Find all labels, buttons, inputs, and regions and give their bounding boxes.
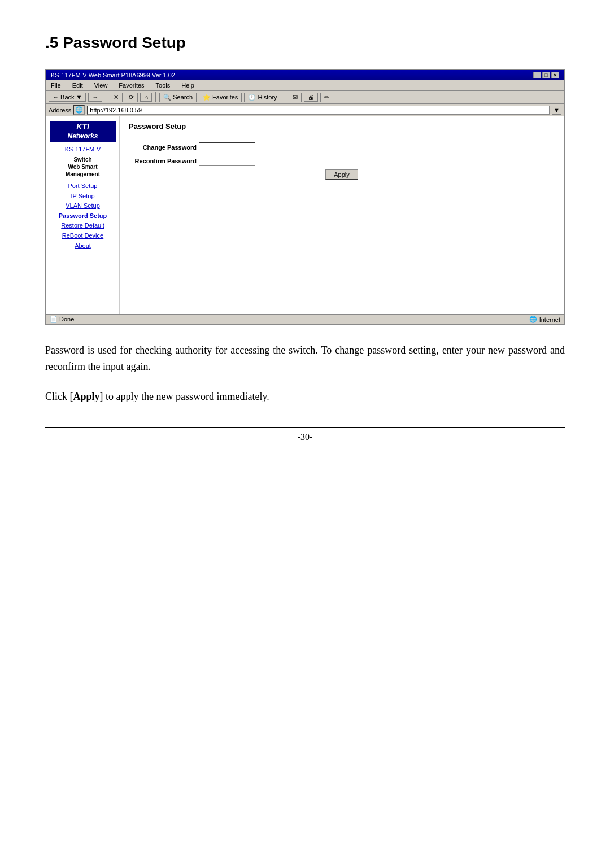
stop-button[interactable]: ✕ [110,93,123,102]
sidebar-item-restore-default[interactable]: Restore Default [50,221,116,231]
sidebar-logo-networks: Networks [67,132,98,140]
toolbar-separator3 [285,92,285,102]
toolbar-separator2 [155,92,156,102]
description-paragraph1: Password is used for checking authority … [45,342,565,375]
sidebar-item-reboot-device[interactable]: ReBoot Device [50,231,116,241]
change-password-label: Change Password [129,144,197,151]
content-section-title: Password Setup [129,122,555,133]
sidebar: KTI Networks KS-117FM-V SwitchWeb SmartM… [46,116,120,314]
browser-addressbar: Address 🌐 ▼ [46,104,564,116]
sidebar-item-password-setup[interactable]: Password Setup [50,211,116,221]
forward-button[interactable]: → [88,93,102,102]
sidebar-item-vlan-setup[interactable]: VLAN Setup [50,201,116,211]
back-button[interactable]: ← Back ▼ [49,93,86,102]
sidebar-item-port-setup[interactable]: Port Setup [50,181,116,191]
sidebar-product-link[interactable]: KS-117FM-V [50,146,116,152]
menu-edit[interactable]: Edit [70,81,85,89]
apply-button[interactable]: Apply [325,169,358,180]
favorites-button[interactable]: ⭐ Favorites [199,93,242,102]
refresh-button[interactable]: ⟳ [125,93,138,102]
browser-window: KS-117FM-V Web Smart P18A6999 Ver 1.02 _… [45,69,565,325]
minimize-button[interactable]: _ [533,72,541,78]
address-label: Address [49,107,71,114]
description-paragraph2: Click [Apply] to apply the new password … [45,389,565,405]
statusbar-right: 🌐 Internet [529,316,560,323]
browser-menubar: File Edit View Favorites Tools Help [46,80,564,91]
browser-statusbar: 📄 Done 🌐 Internet [46,314,564,324]
browser-toolbar: ← Back ▼ → ✕ ⟳ ⌂ 🔍 Search ⭐ Favorites 🕐 … [46,91,564,104]
window-controls: _ □ × [533,72,559,78]
sidebar-logo-kti: KTI [76,122,89,131]
print-button[interactable]: 🖨 [304,93,318,102]
change-password-row: Change Password [129,142,555,152]
reconfirm-password-label: Reconfirm Password [129,158,197,164]
menu-view[interactable]: View [92,81,110,89]
address-dropdown[interactable]: ▼ [552,106,561,115]
history-button[interactable]: 🕐 History [244,93,281,102]
main-content: Password Setup Change Password Reconfirm… [120,116,564,314]
sidebar-item-about[interactable]: About [50,241,116,251]
sidebar-item-ip-setup[interactable]: IP Setup [50,191,116,202]
address-input[interactable] [87,106,550,115]
menu-tools[interactable]: Tools [154,81,173,89]
browser-titlebar: KS-117FM-V Web Smart P18A6999 Ver 1.02 _… [46,70,564,80]
change-password-input[interactable] [199,142,255,152]
page-footer: -30- [45,427,565,442]
sidebar-section-title: SwitchWeb SmartManagement [50,156,116,178]
page-number: -30- [298,432,313,442]
edit-button[interactable]: ✏ [320,93,333,102]
menu-file[interactable]: File [49,81,63,89]
menu-favorites[interactable]: Favorites [116,81,146,89]
internet-icon: 🌐 [529,316,537,323]
statusbar-done-text: Done [59,316,74,322]
statusbar-internet-text: Internet [539,316,560,323]
toolbar-separator [106,92,106,102]
statusbar-left: 📄 Done [50,316,74,323]
apply-button-row: Apply [129,169,555,180]
address-icon: 🌐 [73,105,85,115]
reconfirm-password-row: Reconfirm Password [129,156,555,166]
apply-keyword: Apply [73,391,100,402]
password-form: Change Password Reconfirm Password Apply [129,142,555,180]
reconfirm-password-input[interactable] [199,156,255,166]
home-button[interactable]: ⌂ [140,93,152,102]
done-icon: 📄 [50,316,58,322]
mail-button[interactable]: ✉ [289,93,302,102]
restore-button[interactable]: □ [542,72,550,78]
menu-help[interactable]: Help [179,81,197,89]
close-button[interactable]: × [551,72,559,78]
browser-title: KS-117FM-V Web Smart P18A6999 Ver 1.02 [51,72,175,78]
search-button[interactable]: 🔍 Search [159,93,197,102]
page-title: .5 Password Setup [45,34,565,52]
browser-body: KTI Networks KS-117FM-V SwitchWeb SmartM… [46,116,564,314]
